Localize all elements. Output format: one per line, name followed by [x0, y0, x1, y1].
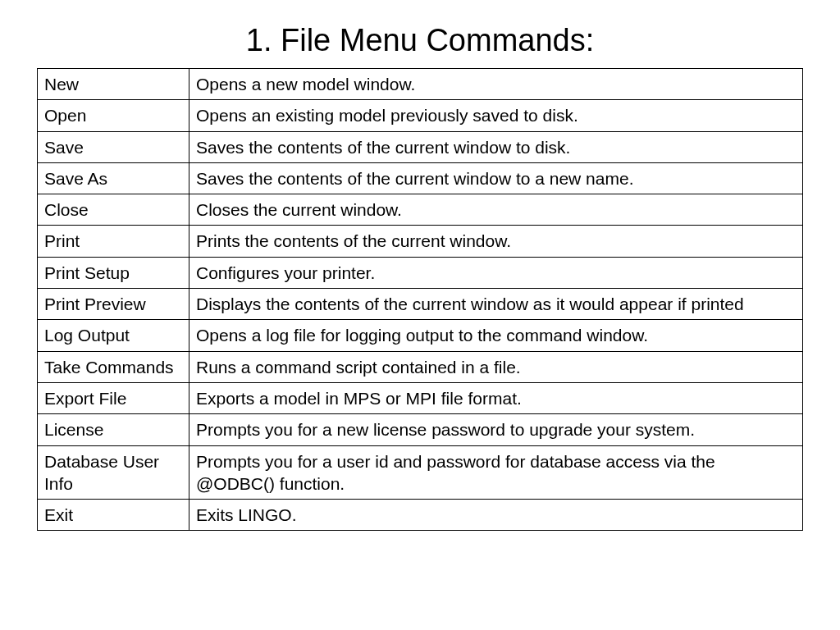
table-row: Export File Exports a model in MPS or MP…: [38, 382, 803, 413]
description-cell: Prints the contents of the current windo…: [189, 226, 803, 257]
table-row: New Opens a new model window.: [38, 69, 803, 100]
table-row: Save Saves the contents of the current w…: [38, 131, 803, 162]
command-cell: Close: [38, 194, 189, 226]
table-row: Print Prints the contents of the current…: [38, 226, 803, 257]
command-cell: Export File: [38, 382, 189, 413]
description-cell: Saves the contents of the current window…: [189, 162, 803, 194]
description-cell: Runs a command script contained in a fil…: [189, 351, 803, 382]
command-cell: Save: [38, 131, 189, 162]
description-cell: Displays the contents of the current win…: [189, 289, 803, 320]
commands-table-body: New Opens a new model window. Open Opens…: [38, 69, 803, 531]
page-title: 1. File Menu Commands:: [37, 23, 803, 58]
command-cell: Open: [38, 100, 189, 131]
command-cell: Database User Info: [38, 445, 189, 500]
table-row: Save As Saves the contents of the curren…: [38, 162, 803, 194]
description-cell: Configures your printer.: [189, 257, 803, 288]
table-row: Database User Info Prompts you for a use…: [38, 445, 803, 500]
table-row: Take Commands Runs a command script cont…: [38, 351, 803, 382]
command-cell: Print Setup: [38, 257, 189, 288]
description-cell: Closes the current window.: [189, 194, 803, 226]
command-cell: Print Preview: [38, 289, 189, 320]
commands-table: New Opens a new model window. Open Opens…: [37, 68, 803, 531]
command-cell: Take Commands: [38, 351, 189, 382]
table-row: Print Preview Displays the contents of t…: [38, 289, 803, 320]
table-row: Open Opens an existing model previously …: [38, 100, 803, 131]
command-cell: Print: [38, 226, 189, 257]
description-cell: Exports a model in MPS or MPI file forma…: [189, 382, 803, 413]
table-row: Print Setup Configures your printer.: [38, 257, 803, 288]
description-cell: Prompts you for a new license password t…: [189, 414, 803, 445]
table-row: Log Output Opens a log file for logging …: [38, 320, 803, 351]
description-cell: Saves the contents of the current window…: [189, 131, 803, 162]
description-cell: Opens an existing model previously saved…: [189, 100, 803, 131]
table-row: Close Closes the current window.: [38, 194, 803, 226]
description-cell: Opens a log file for logging output to t…: [189, 320, 803, 351]
command-cell: Exit: [38, 500, 189, 531]
description-cell: Prompts you for a user id and password f…: [189, 445, 803, 500]
command-cell: New: [38, 69, 189, 100]
table-row: License Prompts you for a new license pa…: [38, 414, 803, 445]
description-cell: Exits LINGO.: [189, 500, 803, 531]
command-cell: Save As: [38, 162, 189, 194]
description-cell: Opens a new model window.: [189, 69, 803, 100]
table-row: Exit Exits LINGO.: [38, 500, 803, 531]
command-cell: Log Output: [38, 320, 189, 351]
command-cell: License: [38, 414, 189, 445]
